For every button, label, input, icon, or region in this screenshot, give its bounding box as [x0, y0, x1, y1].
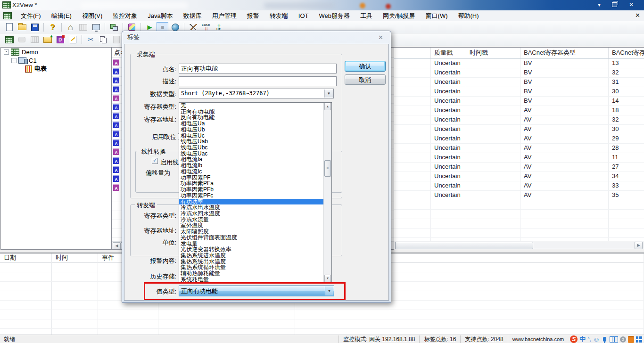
- menu-item[interactable]: 转发端: [264, 11, 293, 21]
- menu-item[interactable]: 数据库: [178, 11, 207, 21]
- table-row[interactable]: UncertainBV14: [394, 97, 644, 106]
- table-row[interactable]: UncertainAV33: [394, 181, 644, 191]
- tree-expander-icon[interactable]: -: [11, 58, 17, 63]
- mdi-close-icon[interactable]: ✕: [635, 12, 640, 19]
- table-row[interactable]: UncertainAV34: [394, 172, 644, 181]
- menu-item[interactable]: Web服务器: [314, 11, 355, 21]
- table-row[interactable]: UncertainAV18: [394, 106, 644, 115]
- chevron-down-icon[interactable]: ▼: [324, 90, 333, 98]
- help-button[interactable]: ?: [47, 22, 58, 33]
- menu-item[interactable]: 帮助(H): [453, 11, 484, 21]
- minimize-button-icon[interactable]: ▾: [593, 1, 605, 9]
- tree-node-Demo[interactable]: -Demo: [1, 48, 111, 56]
- copy-button[interactable]: [98, 34, 109, 45]
- menu-item[interactable]: Java脚本: [142, 11, 178, 21]
- menu-item[interactable]: 监控对象: [107, 11, 142, 21]
- menu-item[interactable]: 报警: [242, 11, 264, 21]
- menu-item[interactable]: IOT: [293, 11, 314, 21]
- ime-menu-grid-icon[interactable]: [636, 336, 642, 343]
- enable-linear-checkbox[interactable]: [152, 158, 158, 164]
- column-header[interactable]: 时间戳: [466, 48, 520, 58]
- dropdown-item[interactable]: 集热系统进水温度: [179, 253, 325, 259]
- point-name-input[interactable]: 正向有功电能: [179, 64, 337, 74]
- data-type-combobox[interactable]: Short (2Byte,-32768~32767) ▼: [179, 89, 334, 98]
- table-row[interactable]: UncertainAV27: [394, 163, 644, 172]
- event-column-header[interactable]: 日期: [0, 253, 52, 262]
- skin-icon[interactable]: [628, 336, 634, 343]
- tree-node-电表[interactable]: 电表: [1, 65, 111, 73]
- new-folder-button[interactable]: [41, 34, 53, 45]
- event-column-header[interactable]: 时间: [52, 253, 98, 262]
- dropdown-item[interactable]: 相电压Ua: [179, 121, 325, 127]
- table-row[interactable]: UncertainBV32: [394, 68, 644, 78]
- dropdown-item[interactable]: 太阳辐照度: [179, 229, 325, 235]
- dropdown-item[interactable]: 无: [179, 103, 325, 109]
- column-header[interactable]: BACnet寄存器类型: [520, 48, 609, 58]
- user-count-icon[interactable]: 2: [620, 336, 626, 343]
- sogou-logo-icon[interactable]: S: [570, 335, 578, 343]
- properties-button[interactable]: [67, 34, 79, 45]
- scroll-up-icon[interactable]: ▲: [324, 103, 331, 110]
- table-row[interactable]: UncertainAV30: [394, 125, 644, 134]
- dropdown-item[interactable]: 辅助热源耗能量: [179, 270, 325, 277]
- dropdown-item[interactable]: 相电流Ic: [179, 169, 325, 175]
- device-net-button[interactable]: [108, 22, 120, 33]
- scroll-thumb[interactable]: [395, 242, 533, 249]
- table-row[interactable]: UncertainBV30: [394, 87, 644, 97]
- dropdown-item[interactable]: 功率因素PFc: [179, 193, 325, 199]
- ime-punctuation-icon[interactable]: °,: [587, 336, 591, 342]
- tag-table-hscrollbar[interactable]: ▶: [394, 241, 644, 249]
- menu-item[interactable]: 编辑(E): [46, 11, 77, 21]
- save-button[interactable]: [29, 22, 41, 33]
- tree-expander-icon[interactable]: -: [4, 49, 9, 55]
- microphone-icon[interactable]: [603, 337, 606, 342]
- menu-item[interactable]: 用户管理: [207, 11, 242, 21]
- monitor-view-button[interactable]: [90, 22, 102, 33]
- keyboard-icon[interactable]: [610, 336, 618, 343]
- tag-table-button[interactable]: [3, 34, 15, 45]
- new-file-button[interactable]: [3, 22, 15, 33]
- table-row[interactable]: UncertainAV35: [394, 191, 644, 200]
- home-button[interactable]: ⌂: [65, 22, 76, 33]
- tree-node-C1[interactable]: -C1: [1, 56, 111, 65]
- restore-button-icon[interactable]: [612, 2, 617, 7]
- dialog-close-icon[interactable]: ✕: [378, 34, 383, 41]
- table-row[interactable]: [394, 229, 644, 238]
- scroll-left-icon[interactable]: ◀: [113, 242, 121, 250]
- cut-button[interactable]: ✂: [85, 34, 97, 45]
- column-header[interactable]: [394, 48, 431, 58]
- dropdown-item[interactable]: 光伏组件背面表面温度: [179, 235, 325, 241]
- menu-item[interactable]: 窗口(W): [421, 11, 453, 21]
- table-row[interactable]: [394, 210, 644, 219]
- ok-button[interactable]: 确认: [345, 61, 386, 72]
- dropdown-item[interactable]: 相电流Ib: [179, 163, 325, 169]
- ime-language-icon[interactable]: 中: [579, 335, 586, 343]
- description-input[interactable]: [179, 76, 337, 86]
- close-button-icon[interactable]: ✕: [625, 1, 637, 9]
- column-header[interactable]: BACnet寄存器地址: [609, 48, 644, 58]
- dropdown-item[interactable]: 线电压Ubc: [179, 145, 325, 151]
- table-row[interactable]: UncertainAV29: [394, 134, 644, 144]
- scroll-down-icon[interactable]: ▼: [324, 275, 331, 282]
- dropdown-vscrollbar[interactable]: ▲ ≡ ▼: [323, 103, 331, 282]
- menu-item[interactable]: 工具: [355, 11, 378, 21]
- column-header[interactable]: 质量戳: [431, 48, 466, 58]
- menu-item[interactable]: 视图(V): [77, 11, 107, 21]
- open-folder-button[interactable]: [16, 22, 28, 33]
- table-row[interactable]: UncertainBV31: [394, 78, 644, 87]
- dropdown-item[interactable]: 相电压Ub: [179, 127, 325, 133]
- database-d-button[interactable]: D: [54, 34, 66, 45]
- table-row[interactable]: UncertainAV32: [394, 115, 644, 125]
- scroll-right-icon[interactable]: ▶: [635, 242, 643, 249]
- table-row[interactable]: UncertainAV28: [394, 144, 644, 153]
- dropdown-item[interactable]: 功率因素PFb: [179, 187, 325, 193]
- table-row[interactable]: UncertainAV11: [394, 153, 644, 163]
- dropdown-item[interactable]: 系统耗电量: [179, 277, 325, 283]
- dropdown-item[interactable]: 冷冻水回水温度: [179, 211, 325, 217]
- table-row[interactable]: UncertainBV13: [394, 59, 644, 68]
- cancel-button[interactable]: 取消: [345, 74, 386, 85]
- scroll-thumb[interactable]: ≡: [324, 160, 331, 177]
- menu-item[interactable]: 文件(F): [16, 11, 46, 21]
- table-row[interactable]: [394, 200, 644, 210]
- table-row[interactable]: [394, 219, 644, 229]
